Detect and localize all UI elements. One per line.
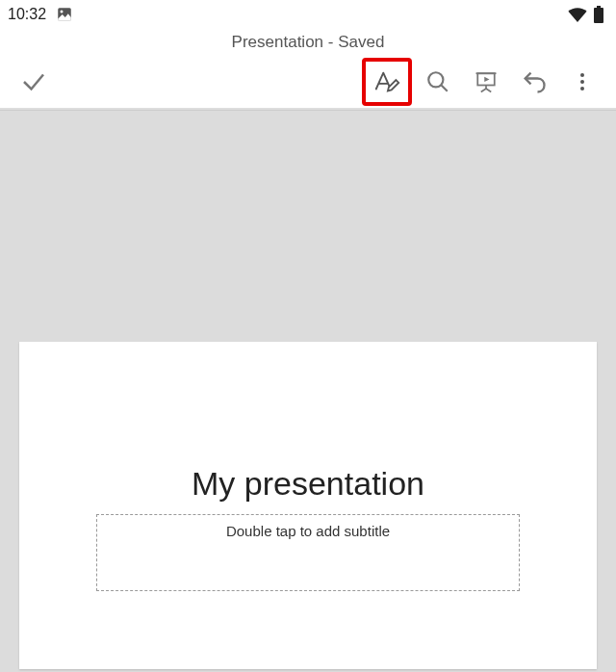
done-button[interactable] xyxy=(10,59,58,105)
svg-point-8 xyxy=(580,87,584,90)
wifi-icon xyxy=(568,7,587,22)
undo-button[interactable] xyxy=(510,59,558,105)
more-button[interactable] xyxy=(558,59,606,105)
svg-rect-3 xyxy=(597,6,601,8)
edit-text-button-highlight xyxy=(362,58,412,106)
slide[interactable]: My presentation Double tap to add subtit… xyxy=(19,342,597,669)
battery-icon xyxy=(593,6,604,23)
text-pen-icon xyxy=(372,67,401,96)
document-title: Presentation - Saved xyxy=(0,29,616,56)
slide-canvas[interactable]: My presentation Double tap to add subtit… xyxy=(0,110,616,672)
search-icon xyxy=(425,69,450,94)
svg-point-7 xyxy=(580,80,584,84)
status-time: 10:32 xyxy=(8,6,46,23)
slide-subtitle-placeholder[interactable]: Double tap to add subtitle xyxy=(96,514,520,591)
edit-text-button[interactable] xyxy=(366,62,408,102)
toolbar xyxy=(0,56,616,110)
checkmark-icon xyxy=(19,67,48,96)
undo-icon xyxy=(521,68,548,95)
status-bar: 10:32 xyxy=(0,0,616,29)
present-button[interactable] xyxy=(462,59,510,105)
present-icon xyxy=(473,68,500,95)
svg-rect-2 xyxy=(594,8,603,23)
image-icon xyxy=(56,6,73,23)
slide-title[interactable]: My presentation xyxy=(38,465,578,503)
more-vertical-icon xyxy=(571,70,594,93)
svg-point-6 xyxy=(580,73,584,77)
svg-point-1 xyxy=(61,11,64,13)
svg-point-4 xyxy=(428,72,443,87)
search-button[interactable] xyxy=(414,59,462,105)
